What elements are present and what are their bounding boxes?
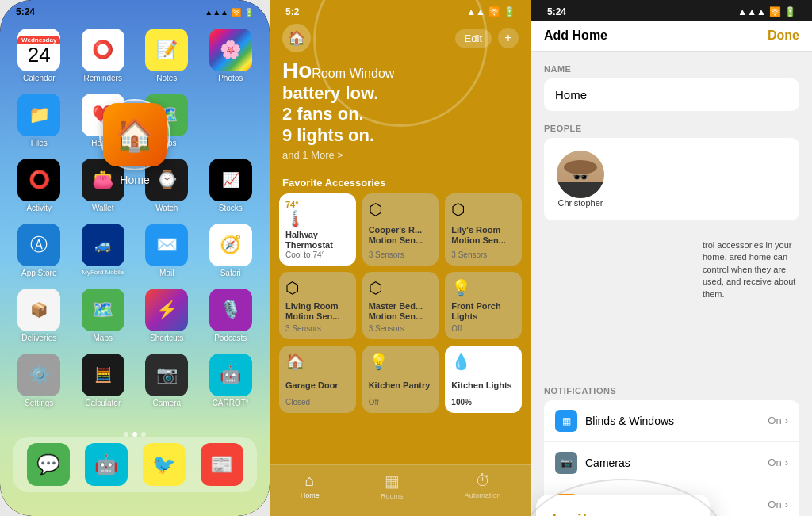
blinds-name: Blinds & Windows <box>585 415 674 427</box>
phone3-signal: ▲▲▲ <box>737 6 766 17</box>
app-settings-label: Settings <box>25 399 53 407</box>
cameras-icon: 📷 <box>555 452 577 474</box>
app-files-label: Files <box>31 139 48 147</box>
master-icon: ⬡ <box>369 278 433 297</box>
thermostat-status: Cool to 74° <box>285 250 350 259</box>
app-maps2[interactable]: 🗺️ Maps <box>77 289 130 342</box>
acc-master-bed[interactable]: ⬡ Master Bed... Motion Sen... 3 Sensors <box>362 272 439 339</box>
accessories-section-title: Favorite Accessories <box>270 170 531 193</box>
edit-button[interactable]: Edit <box>455 29 492 48</box>
pantry-icon: 💡 <box>369 352 433 371</box>
nav-home-label: Home <box>301 491 320 499</box>
app-camera[interactable]: 📷 Camera <box>140 354 193 407</box>
app-calculator-label: Calculator <box>85 399 121 407</box>
summary-fans: 2 fans on. <box>282 104 519 124</box>
acc-kitchen-pantry[interactable]: 💡 Kitchen Pantry Off <box>362 346 439 413</box>
living-status: 3 Sensors <box>285 324 350 333</box>
lilys-name: Lily's Room Motion Sen... <box>451 225 515 246</box>
people-section: PEOPLE 🕶️ Christopher <box>544 124 799 220</box>
app-shortcuts[interactable]: ⚡ Shortcuts <box>140 289 193 342</box>
home-app-icon[interactable]: 🏠 <box>103 103 167 166</box>
nav-rooms[interactable]: ▦ Rooms <box>381 472 404 500</box>
nav-automation-icon: ⏱ <box>475 472 491 490</box>
app-home-highlighted[interactable]: 🏠 Home <box>103 103 167 166</box>
coopers-icon: ⬡ <box>369 200 433 219</box>
acc-garage[interactable]: 🏠 Garage Door Closed <box>279 346 356 413</box>
notif-blinds[interactable]: ▦ Blinds & Windows On › <box>544 400 799 442</box>
phone1-iphone: 5:24 ▲▲▲ 🛜 🔋 Wednesday 24 <box>0 0 270 516</box>
app-calculator[interactable]: 🧮 Calculator <box>77 354 130 407</box>
app-carrot[interactable]: 🤖 CARROT° <box>205 354 258 407</box>
add-button[interactable]: + <box>498 28 519 48</box>
porch-name: Front Porch Lights <box>451 301 515 322</box>
acc-thermostat[interactable]: 74° 🌡️ Hallway Thermostat Cool to 74° <box>279 193 356 266</box>
doors-status: On <box>768 499 781 510</box>
porch-status: Off <box>451 324 515 333</box>
app-appstore[interactable]: Ⓐ App Store <box>13 224 66 277</box>
app-mail[interactable]: ✉️ Mail <box>140 224 193 277</box>
app-activity[interactable]: ⭕ Activity <box>13 159 66 212</box>
acc-living-room[interactable]: ⬡ Living Room Motion Sen... 3 Sensors <box>279 272 356 339</box>
app-deliveries[interactable]: 📦 Deliveries <box>13 289 66 342</box>
acc-kitchen-lights[interactable]: 💧 Kitchen Lights 100% <box>445 346 522 413</box>
cameras-name: Cameras <box>585 457 630 469</box>
app-appstore-label: App Store <box>21 269 56 277</box>
app-myford[interactable]: 🚙 MyFord Mobile <box>77 224 130 277</box>
phone2-wifi: 🛜 <box>488 6 500 17</box>
app-reminders[interactable]: ⭕ Reminders <box>77 29 130 82</box>
christopher-avatar: 🕶️ <box>557 151 604 198</box>
name-input[interactable] <box>544 78 799 111</box>
dock-robot[interactable]: 🤖 <box>85 443 128 486</box>
app-safari[interactable]: 🧭 Safari <box>205 224 258 277</box>
app-mail-label: Mail <box>159 269 174 277</box>
phone3-navbar: Add Home Done <box>531 21 812 52</box>
notif-cameras[interactable]: 📷 Cameras On › <box>544 442 799 484</box>
coopers-status: 3 Sensors <box>369 250 433 259</box>
done-button[interactable]: Done <box>768 29 799 43</box>
cameras-chevron: › <box>785 457 788 468</box>
summary-more[interactable]: and 1 More > <box>282 149 519 161</box>
dock-bird[interactable]: 🐦 <box>143 443 186 486</box>
acc-front-porch[interactable]: 💡 Front Porch Lights Off <box>445 272 522 339</box>
nav-automation[interactable]: ⏱ Automation <box>465 472 501 500</box>
app-photos[interactable]: 🌸 Photos <box>205 29 258 82</box>
app-calendar[interactable]: Wednesday 24 Calendar <box>13 29 66 82</box>
app-podcasts-label: Podcasts <box>214 334 247 342</box>
app-files[interactable]: 📁 Files <box>13 94 66 147</box>
summary-lights: 9 lights on. <box>282 125 519 146</box>
dock-news[interactable]: 📰 <box>201 443 243 486</box>
doors-chevron: › <box>785 499 788 510</box>
invite-card[interactable]: Invite... Invite people pe... <box>536 495 710 516</box>
pantry-name: Kitchen Pantry <box>369 380 433 391</box>
app-deliveries-label: Deliveries <box>21 334 56 342</box>
garage-name: Garage Door <box>285 380 350 391</box>
acc-coopers-room[interactable]: ⬡ Cooper's R... Motion Sen... 3 Sensors <box>362 193 439 266</box>
app-stocks-label: Stocks <box>219 204 243 212</box>
app-settings[interactable]: ⚙️ Settings <box>13 354 66 407</box>
living-name: Living Room Motion Sen... <box>285 301 350 322</box>
phone3-battery: 🔋 <box>784 6 796 17</box>
app-stocks[interactable]: 📈 Stocks <box>205 159 258 212</box>
people-label: PEOPLE <box>544 124 799 133</box>
coopers-name: Cooper's R... Motion Sen... <box>369 225 433 246</box>
nav-automation-label: Automation <box>465 491 501 499</box>
dock: 💬 🤖 🐦 📰 <box>13 437 257 492</box>
summary-title: HoRoom Window <box>282 59 519 83</box>
app-myford-label: MyFord Mobile <box>82 269 124 276</box>
app-podcasts[interactable]: 🎙️ Podcasts <box>205 289 258 342</box>
summary-battery: battery low. <box>282 83 519 104</box>
home-app-label: Home <box>120 174 149 186</box>
app-notes[interactable]: 📝 Notes <box>140 29 193 82</box>
app-wallet-label: Wallet <box>92 204 113 212</box>
phone1-signal: ▲▲▲ <box>205 8 228 17</box>
phone3-time: 5:24 <box>547 6 566 17</box>
phone2-status-bar: 5:2 ▲▲ 🛜 🔋 <box>270 0 531 21</box>
name-section: NAME <box>544 64 799 111</box>
app-carrot-label: CARROT° <box>213 399 249 407</box>
nav-home[interactable]: ⌂ Home <box>301 472 320 500</box>
app-shortcuts-label: Shortcuts <box>150 334 183 342</box>
acc-lilys-room[interactable]: ⬡ Lily's Room Motion Sen... 3 Sensors <box>445 193 522 266</box>
p2-home-icon[interactable]: 🏠 <box>282 24 311 52</box>
dock-messages[interactable]: 💬 <box>27 443 70 486</box>
phone3-wifi: 🛜 <box>769 6 781 17</box>
